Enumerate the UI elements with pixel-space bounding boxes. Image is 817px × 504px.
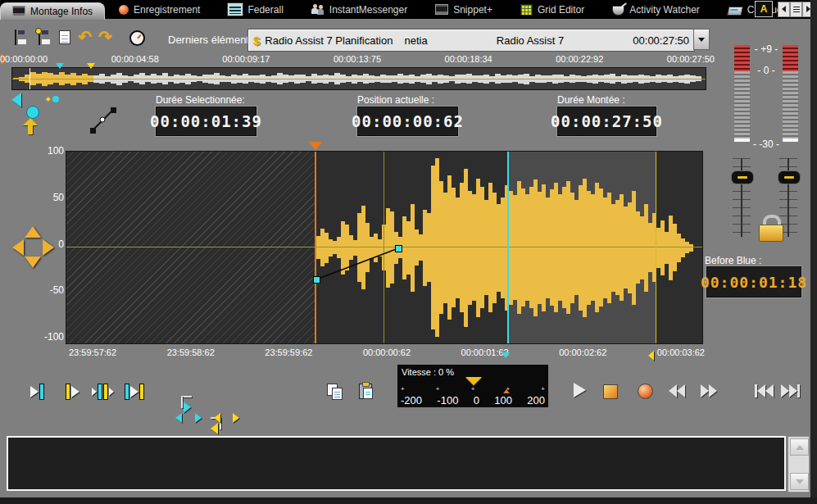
speed-scale-label: -100 — [437, 394, 458, 406]
tab-list: Montage InfosEnregistrementFederallInsta… — [0, 0, 817, 19]
fade-envelope-line[interactable] — [312, 244, 402, 284]
timer-icon[interactable] — [129, 30, 145, 46]
combo-center: Radio Assist 7 — [428, 34, 633, 47]
selected-duration-label: Durée Selectionnée: — [156, 94, 245, 106]
fade-handle-end[interactable] — [395, 245, 402, 252]
goto-mark-in-button[interactable] — [30, 384, 44, 400]
scroll-down-button[interactable] — [790, 473, 809, 490]
amplitude-tick: -100 — [44, 331, 64, 343]
save-icon[interactable] — [15, 30, 16, 45]
gain-slider-left-handle[interactable] — [731, 170, 754, 184]
end-marker-line[interactable] — [656, 152, 656, 343]
tab-activity-watcher[interactable]: Activity Watcher — [598, 0, 714, 19]
speed-panel[interactable]: Vitesse : 0 % +++++ -200-1000100200 — [397, 365, 548, 407]
speed-scale-label: 0 — [474, 394, 479, 406]
notes-textarea[interactable] — [7, 436, 786, 491]
goto-mark-out-button[interactable] — [66, 384, 79, 400]
skip-to-end-button[interactable] — [781, 384, 800, 397]
start-marker-flag[interactable] — [309, 142, 322, 150]
fade-tool-icon[interactable] — [89, 103, 118, 136]
overview-marker-yellow[interactable] — [87, 63, 95, 69]
scroll-up-button[interactable] — [790, 438, 809, 456]
timeline-marker-cyan[interactable] — [502, 352, 510, 358]
tab-menu-button[interactable] — [790, 2, 802, 17]
tab-label: Federall — [247, 4, 283, 16]
paste-icon[interactable] — [359, 382, 374, 400]
tab-snippet-[interactable]: Snippet+ — [421, 0, 506, 19]
lock-icon[interactable] — [759, 215, 783, 243]
ruler-tick: 00:00:00:00 — [0, 54, 48, 64]
copy-icon[interactable] — [327, 384, 343, 400]
icon-printer — [727, 7, 743, 16]
archive-tab-button[interactable]: A — [755, 1, 773, 17]
arrow-down-icon — [796, 479, 804, 484]
overview-marker-cyan[interactable] — [56, 63, 64, 69]
overview-cursor[interactable] — [30, 68, 30, 89]
record-button[interactable] — [638, 384, 653, 399]
play-between-marks-button[interactable] — [92, 384, 114, 400]
icon-grid — [520, 4, 533, 16]
icon-console — [12, 6, 25, 16]
speed-tick-mark: + — [471, 385, 475, 393]
nudge-left-yellow-button[interactable] — [214, 413, 220, 423]
nudge-right-cyan-button[interactable] — [195, 413, 202, 423]
arrow-up-icon — [796, 445, 804, 450]
nudge-right-yellow-button[interactable] — [233, 413, 239, 423]
fade-handle-start[interactable] — [313, 276, 320, 284]
timeline-tick: 00:00:00:62 — [363, 347, 411, 357]
icon-console — [435, 4, 448, 15]
waveform-editor[interactable] — [66, 151, 703, 344]
speed-scale-label: 200 — [527, 394, 545, 406]
speed-label: Vitesse : 0 % — [402, 367, 454, 377]
application-window: Montage InfosEnregistrementFederallInsta… — [0, 0, 817, 504]
icon-watcher — [612, 6, 624, 16]
amplitude-tick: 0 — [58, 238, 64, 250]
tab-enregistrement[interactable]: Enregistrement — [105, 0, 214, 19]
current-position-label: Position actuelle : — [357, 94, 434, 106]
play-button[interactable] — [574, 383, 586, 397]
window-right-edge — [810, 0, 817, 504]
new-document-icon[interactable] — [59, 30, 70, 44]
sparkle-dot-icon[interactable]: ✦ — [44, 94, 59, 105]
overview-centerline — [12, 79, 706, 79]
tab-label: Activity Watcher — [629, 4, 700, 16]
playhead-cursor[interactable] — [507, 152, 509, 343]
ruler-tick: 00:00:04:58 — [111, 54, 159, 64]
tab-bar-controls: A — [755, 1, 815, 17]
ruler-tick: 00:00:13:75 — [334, 54, 381, 64]
last-elements-combobox[interactable]: $ Radio Assist 7 Planification netia Rad… — [247, 29, 695, 52]
undo-icon[interactable]: ↶ — [78, 29, 92, 45]
waveform-bar — [689, 244, 693, 252]
ruler-tick: 00:00:09:17 — [222, 54, 270, 64]
skip-to-start-button[interactable] — [755, 384, 774, 397]
tab-label: InstantMessenger — [329, 4, 407, 16]
nudge-left-cyan-button[interactable] — [175, 413, 182, 423]
notes-scrollbar[interactable] — [787, 436, 810, 493]
rewind-button[interactable] — [669, 384, 685, 397]
timeline-tick: 23:59:57:62 — [69, 347, 116, 357]
tab-federall[interactable]: Federall — [214, 0, 297, 19]
nav-left-icon[interactable] — [12, 239, 24, 256]
speed-pointer-icon[interactable] — [465, 377, 482, 385]
vu-scale: - +9 -- 0 -- -30 - — [747, 40, 785, 148]
tab-scroll-left-button[interactable] — [778, 2, 790, 17]
gain-slider-right-handle[interactable] — [778, 170, 801, 184]
overview-waveform-strip[interactable] — [11, 67, 706, 90]
tab-instantmessenger[interactable]: InstantMessenger — [297, 0, 421, 19]
redo-icon[interactable]: ↷ — [98, 29, 112, 45]
combo-dropdown-button[interactable] — [693, 29, 710, 50]
play-selection-button[interactable] — [125, 384, 144, 400]
timeline-marker-yellow[interactable] — [648, 351, 654, 361]
save-as-icon[interactable] — [39, 30, 40, 45]
tab-grid-editor[interactable]: Grid Editor — [506, 0, 598, 19]
vitesse-scale: -200-1000100200 — [401, 394, 545, 406]
current-position-display: 00:00:00:62 — [357, 107, 458, 136]
amplitude-axis: 100500-50-100 — [31, 145, 64, 343]
fast-forward-button[interactable] — [701, 384, 717, 397]
amplitude-tick: 100 — [48, 145, 64, 157]
stop-button[interactable] — [603, 384, 618, 399]
tab-montage-infos[interactable]: Montage Infos — [0, 2, 105, 20]
pre-roll-hatch — [66, 152, 316, 343]
go-back-icon[interactable] — [11, 93, 21, 107]
speaker-person-icon[interactable] — [23, 106, 41, 135]
